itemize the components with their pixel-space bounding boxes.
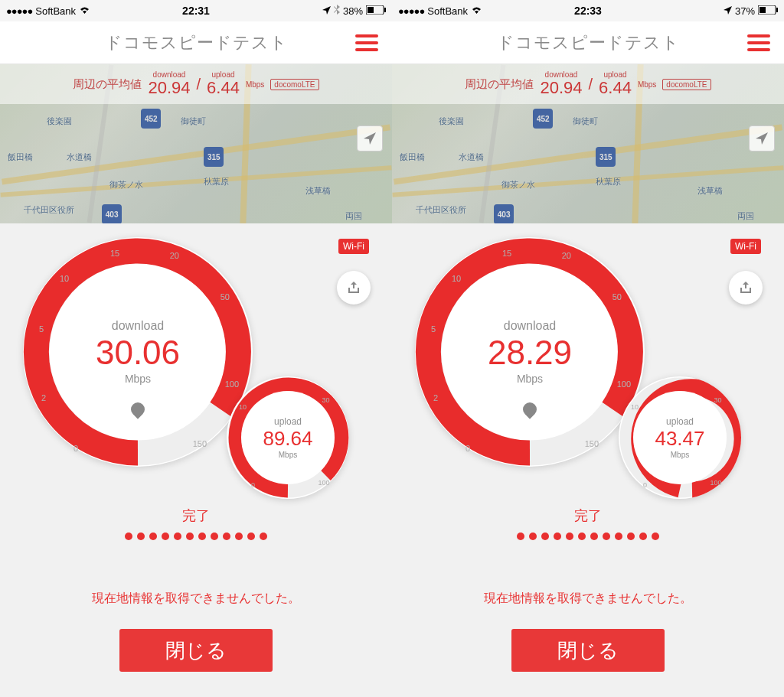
- network-badge: docomoLTE: [270, 79, 318, 90]
- close-button[interactable]: 閉じる: [119, 629, 273, 672]
- status-bar: ●●●●● SoftBank 22:33 37%: [392, 0, 784, 21]
- connection-badge: Wi-Fi: [730, 239, 761, 254]
- avg-label: 周辺の平均値: [73, 77, 142, 92]
- share-button[interactable]: [337, 271, 371, 305]
- app-header: ドコモスピードテスト: [392, 21, 784, 64]
- upload-gauge: upload 43.47 Mbps 0 10 30 100: [619, 376, 741, 499]
- screen-right: ●●●●● SoftBank 22:33 37% ドコモスピードテスト 飯田橋 …: [392, 0, 784, 697]
- gauge-needle-icon: [128, 400, 147, 419]
- menu-icon[interactable]: [747, 34, 770, 51]
- avg-upload: 6.44: [207, 79, 240, 97]
- error-message: 現在地情報を取得できませんでした。: [0, 591, 392, 607]
- download-gauge: download 28.29 Mbps 0 2 5 10 15 20 50 10…: [415, 237, 645, 467]
- clock: 22:31: [0, 5, 392, 17]
- clock: 22:33: [392, 5, 784, 17]
- upload-value: 89.64: [263, 427, 312, 451]
- connection-badge: Wi-Fi: [338, 239, 369, 254]
- error-message: 現在地情報を取得できませんでした。: [392, 591, 784, 607]
- test-status: 完了: [392, 506, 784, 525]
- upload-value: 43.47: [655, 427, 704, 451]
- download-value: 28.29: [488, 333, 572, 373]
- area-average-bar: 周辺の平均値 download 20.94 / upload 6.44 Mbps…: [0, 64, 392, 104]
- map[interactable]: 飯田橋 水道橋 御茶ノ水 秋葉原 浅草橋 両国 千代田区役所 御徒町 後楽園 4…: [0, 64, 392, 223]
- locate-button[interactable]: [749, 125, 775, 151]
- app-title: ドコモスピードテスト: [105, 31, 288, 54]
- area-average-bar: 周辺の平均値 download 20.94 / upload 6.44 Mbps…: [392, 64, 784, 104]
- menu-icon[interactable]: [355, 34, 378, 51]
- share-button[interactable]: [729, 271, 763, 305]
- result-panel: Wi-Fi download 28.29 Mbps 0 2 5 10: [392, 223, 784, 697]
- test-status: 完了: [0, 506, 392, 525]
- map[interactable]: 飯田橋 水道橋 御茶ノ水 秋葉原 浅草橋 両国 千代田区役所 御徒町 後楽園 4…: [392, 64, 784, 223]
- close-button[interactable]: 閉じる: [511, 629, 665, 672]
- download-gauge: download 30.06 Mbps 0 2 5 10 15 20 50 10…: [23, 237, 253, 467]
- app-header: ドコモスピードテスト: [0, 21, 392, 64]
- locate-button[interactable]: [357, 125, 383, 151]
- screen-left: ●●●●● SoftBank 22:31 38% ドコモスピードテスト: [0, 0, 392, 697]
- app-title: ドコモスピードテスト: [497, 31, 680, 54]
- status-bar: ●●●●● SoftBank 22:31 38%: [0, 0, 392, 21]
- result-panel: Wi-Fi download 30.06 Mbps 0 2 5 10: [0, 223, 392, 697]
- avg-download: 20.94: [540, 79, 582, 97]
- network-badge: docomoLTE: [662, 79, 710, 90]
- avg-upload: 6.44: [599, 79, 632, 97]
- download-value: 30.06: [96, 333, 180, 373]
- gauge-needle-icon: [520, 400, 539, 419]
- upload-gauge: upload 89.64 Mbps 0 10 30 100: [227, 376, 349, 499]
- progress-dots: [392, 529, 784, 543]
- avg-download: 20.94: [148, 79, 190, 97]
- avg-label: 周辺の平均値: [465, 77, 534, 92]
- progress-dots: [0, 529, 392, 543]
